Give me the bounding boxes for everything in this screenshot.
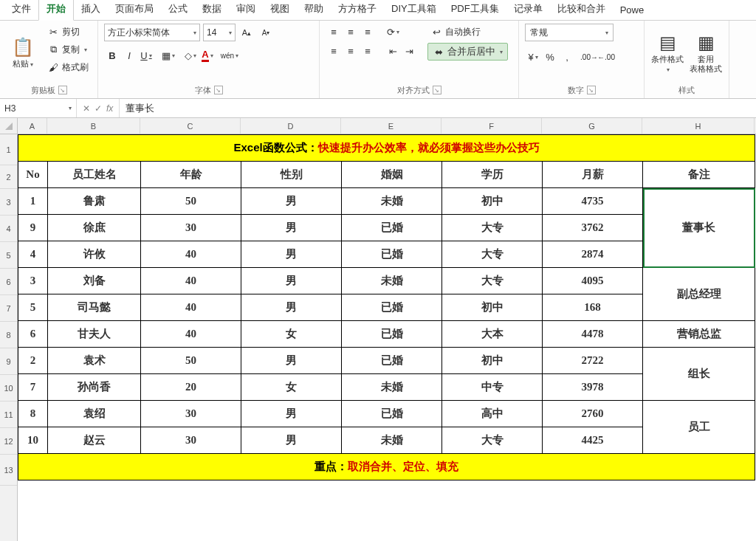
col-header-D[interactable]: D: [241, 118, 341, 134]
data-cell[interactable]: 2722: [543, 348, 643, 374]
data-cell[interactable]: 男: [241, 241, 342, 268]
data-cell[interactable]: 大专: [442, 215, 543, 241]
ribbon-tab-4[interactable]: 公式: [161, 0, 195, 20]
col-header-B[interactable]: B: [47, 118, 140, 134]
ribbon-tab-8[interactable]: 帮助: [297, 0, 331, 20]
increase-indent-button[interactable]: ⇥: [401, 43, 417, 59]
remark-cell[interactable]: 董事长: [643, 188, 755, 268]
data-cell[interactable]: 男: [241, 268, 342, 294]
row-header-2[interactable]: 2: [0, 165, 17, 189]
data-cell[interactable]: 大专: [442, 427, 543, 454]
data-cell[interactable]: 女: [241, 321, 342, 348]
footer-cell[interactable]: 重点：取消合并、定位、填充: [18, 454, 755, 480]
increase-decimal-button[interactable]: .00→: [581, 49, 597, 65]
row-header-6[interactable]: 6: [0, 269, 17, 295]
data-cell[interactable]: 30: [141, 215, 241, 241]
header-cell[interactable]: 年龄: [141, 162, 241, 188]
data-cell[interactable]: 男: [241, 294, 342, 321]
data-cell[interactable]: 20: [141, 374, 241, 401]
increase-font-button[interactable]: A▴: [238, 24, 255, 41]
select-all-corner[interactable]: [0, 118, 17, 134]
header-cell[interactable]: 员工姓名: [48, 162, 141, 188]
data-cell[interactable]: 未婚: [342, 188, 442, 215]
percent-button[interactable]: %: [542, 49, 558, 65]
data-cell[interactable]: 1: [18, 188, 48, 215]
col-header-C[interactable]: C: [140, 118, 241, 134]
ribbon-tab-1[interactable]: 开始: [38, 0, 74, 21]
row-header-1[interactable]: 1: [0, 134, 17, 165]
copy-button[interactable]: ⧉复制▾: [44, 41, 92, 58]
data-cell[interactable]: 初中: [442, 348, 543, 374]
data-cell[interactable]: 刘备: [48, 268, 141, 294]
conditional-format-button[interactable]: ▤条件格式▾: [650, 24, 684, 81]
data-cell[interactable]: 司马懿: [48, 294, 141, 321]
align-bottom-button[interactable]: ≡: [360, 24, 376, 40]
format-table-button[interactable]: ▦套用 表格格式: [689, 24, 723, 81]
cut-button[interactable]: ✂剪切: [44, 24, 92, 40]
currency-button[interactable]: ¥▾: [525, 49, 541, 65]
data-cell[interactable]: 50: [141, 348, 241, 374]
italic-button[interactable]: I: [121, 47, 137, 63]
data-cell[interactable]: 男: [241, 401, 342, 427]
border-button[interactable]: ▦▾: [160, 47, 176, 63]
row-header-11[interactable]: 11: [0, 402, 17, 428]
row-header-3[interactable]: 3: [0, 189, 17, 216]
align-launcher[interactable]: ↘: [433, 86, 441, 94]
header-cell[interactable]: 学历: [442, 162, 543, 188]
data-cell[interactable]: 40: [141, 268, 241, 294]
data-cell[interactable]: 5: [18, 294, 48, 321]
data-cell[interactable]: 袁术: [48, 348, 141, 374]
data-cell[interactable]: 初中: [442, 188, 543, 215]
font-size-select[interactable]: 14▾: [203, 24, 236, 41]
data-cell[interactable]: 已婚: [342, 401, 442, 427]
row-header-9[interactable]: 9: [0, 348, 17, 375]
data-cell[interactable]: 男: [241, 188, 342, 215]
data-cell[interactable]: 40: [141, 294, 241, 321]
ribbon-tab-14[interactable]: Powe: [613, 1, 652, 20]
confirm-formula-button[interactable]: ✓: [94, 103, 102, 114]
data-cell[interactable]: 大专: [442, 241, 543, 268]
row-header-13[interactable]: 13: [0, 455, 17, 486]
col-header-F[interactable]: F: [441, 118, 542, 134]
data-cell[interactable]: 鲁肃: [48, 188, 141, 215]
data-cell[interactable]: 男: [241, 215, 342, 241]
row-header-7[interactable]: 7: [0, 295, 17, 322]
data-cell[interactable]: 50: [141, 188, 241, 215]
remark-cell[interactable]: 营销总监: [643, 321, 755, 348]
data-cell[interactable]: 4735: [543, 188, 643, 215]
col-header-G[interactable]: G: [542, 118, 642, 134]
comma-button[interactable]: ,: [559, 49, 575, 65]
header-cell[interactable]: 备注: [643, 162, 755, 188]
ribbon-tab-12[interactable]: 记录单: [506, 0, 550, 20]
number-launcher[interactable]: ↘: [587, 86, 596, 94]
data-cell[interactable]: 已婚: [342, 348, 442, 374]
data-cell[interactable]: 4095: [543, 268, 643, 294]
format-painter-button[interactable]: 🖌格式刷: [44, 59, 92, 75]
data-cell[interactable]: 高中: [442, 401, 543, 427]
fx-button[interactable]: fx: [106, 103, 113, 114]
data-cell[interactable]: 已婚: [342, 215, 442, 241]
formula-input[interactable]: 董事长: [120, 99, 756, 117]
font-launcher[interactable]: ↘: [214, 86, 223, 94]
decrease-decimal-button[interactable]: ←.00: [598, 49, 614, 65]
ribbon-tab-7[interactable]: 视图: [263, 0, 297, 20]
col-header-E[interactable]: E: [341, 118, 441, 134]
data-cell[interactable]: 中专: [442, 374, 543, 401]
orientation-button[interactable]: ⟳▾: [385, 24, 401, 40]
font-name-select[interactable]: 方正小标宋简体▾: [104, 24, 200, 41]
data-cell[interactable]: 大本: [442, 321, 543, 348]
align-top-button[interactable]: ≡: [326, 24, 342, 40]
font-color-button[interactable]: A▾: [199, 47, 216, 63]
ribbon-tab-0[interactable]: 文件: [4, 0, 38, 20]
header-cell[interactable]: 性别: [241, 162, 342, 188]
data-cell[interactable]: 40: [141, 321, 241, 348]
ribbon-tab-6[interactable]: 审阅: [229, 0, 263, 20]
data-cell[interactable]: 3762: [543, 215, 643, 241]
data-cell[interactable]: 已婚: [342, 294, 442, 321]
row-header-12[interactable]: 12: [0, 428, 17, 455]
decrease-indent-button[interactable]: ⇤: [385, 43, 401, 59]
data-cell[interactable]: 8: [18, 401, 48, 427]
data-cell[interactable]: 40: [141, 241, 241, 268]
phonetic-button[interactable]: wén▾: [221, 47, 238, 63]
col-header-H[interactable]: H: [642, 118, 755, 134]
